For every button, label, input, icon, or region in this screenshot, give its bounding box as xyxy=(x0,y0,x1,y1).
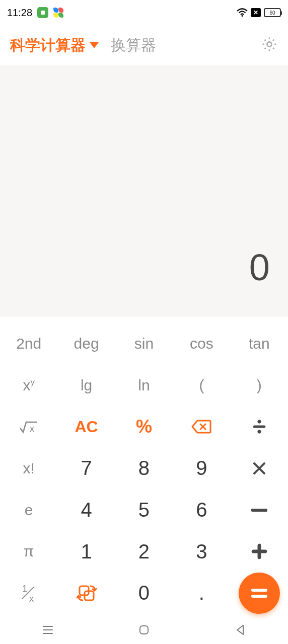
key-9[interactable]: 9 xyxy=(173,448,230,490)
key-lg[interactable]: lg xyxy=(57,365,115,407)
key-rparen[interactable]: ) xyxy=(231,365,288,407)
nav-menu[interactable] xyxy=(40,622,55,637)
key-4[interactable]: 4 xyxy=(57,489,115,531)
key-oneoverx[interactable]: 1x xyxy=(0,572,57,614)
android-nav-bar xyxy=(0,616,288,644)
svg-rect-16 xyxy=(251,595,267,598)
key-e[interactable]: e xyxy=(0,489,57,531)
key-5[interactable]: 5 xyxy=(115,489,173,531)
svg-rect-7 xyxy=(251,509,267,512)
svg-rect-20 xyxy=(140,626,148,634)
display-value: 0 xyxy=(249,246,270,289)
status-right: ✕ 60 xyxy=(237,8,281,17)
svg-point-2 xyxy=(267,42,271,46)
svg-point-6 xyxy=(258,430,261,433)
key-equals[interactable] xyxy=(231,572,288,614)
equals-circle xyxy=(239,573,280,614)
key-lparen[interactable]: ( xyxy=(173,365,230,407)
tab-scientific-label: 科学计算器 xyxy=(10,35,86,56)
tab-converter[interactable]: 换算器 xyxy=(111,35,156,56)
svg-rect-15 xyxy=(251,589,267,592)
multiply-icon xyxy=(252,461,267,476)
key-minus[interactable] xyxy=(231,489,288,531)
key-3[interactable]: 3 xyxy=(173,531,230,573)
key-0[interactable]: 0 xyxy=(115,572,173,614)
key-ac[interactable]: AC xyxy=(57,406,115,448)
svg-rect-5 xyxy=(253,426,265,428)
status-left: 11:28 xyxy=(7,7,63,19)
settings-button[interactable] xyxy=(261,36,278,55)
history-swap-icon xyxy=(75,582,99,604)
plus-icon xyxy=(251,543,268,560)
pinwheel-icon xyxy=(53,8,63,18)
key-backspace[interactable] xyxy=(173,406,230,448)
svg-rect-9 xyxy=(252,550,267,553)
key-ln[interactable]: ln xyxy=(115,365,173,407)
key-xfact[interactable]: x! xyxy=(0,448,57,490)
key-2nd[interactable]: 2nd xyxy=(0,323,57,365)
key-cos[interactable]: cos xyxy=(173,323,230,365)
key-xy[interactable]: xy xyxy=(0,365,57,407)
tab-scientific[interactable]: 科学计算器 xyxy=(10,35,99,56)
svg-text:x: x xyxy=(30,424,34,434)
home-icon xyxy=(138,624,150,636)
key-6[interactable]: 6 xyxy=(173,489,230,531)
divide-icon xyxy=(251,418,268,435)
minus-icon xyxy=(251,509,267,512)
wifi-icon xyxy=(237,8,248,17)
status-time: 11:28 xyxy=(7,7,32,19)
key-divide[interactable] xyxy=(231,406,288,448)
display-area: 0 xyxy=(0,65,288,317)
nav-home[interactable] xyxy=(136,622,152,637)
x-status-icon: ✕ xyxy=(251,8,261,17)
status-bar: 11:28 ✕ 60 xyxy=(0,0,288,25)
equals-icon xyxy=(250,587,268,599)
key-sin[interactable]: sin xyxy=(115,323,173,365)
svg-text:x: x xyxy=(29,594,34,603)
gear-icon xyxy=(261,36,278,53)
key-1[interactable]: 1 xyxy=(57,531,115,573)
key-plus[interactable] xyxy=(231,531,288,573)
svg-rect-0 xyxy=(41,11,45,15)
key-percent[interactable]: % xyxy=(115,406,173,448)
svg-point-1 xyxy=(241,15,243,17)
key-2[interactable]: 2 xyxy=(115,531,173,573)
sqrt-icon: x xyxy=(19,419,38,434)
oneoverx-icon: 1x xyxy=(20,584,37,603)
key-dot[interactable]: . xyxy=(173,572,230,614)
dropdown-triangle-icon xyxy=(90,42,99,48)
back-icon xyxy=(235,624,245,636)
key-pi[interactable]: π xyxy=(0,531,57,573)
backspace-icon xyxy=(191,419,211,435)
keypad: 2nd deg sin cos tan xy lg ln ( ) x AC % … xyxy=(0,317,288,616)
battery-icon: 60 xyxy=(264,8,281,17)
svg-text:1: 1 xyxy=(22,584,27,594)
key-deg[interactable]: deg xyxy=(57,323,115,365)
svg-point-4 xyxy=(258,420,261,423)
key-multiply[interactable] xyxy=(231,448,288,490)
top-bar: 科学计算器 换算器 xyxy=(0,25,288,65)
key-tan[interactable]: tan xyxy=(231,323,288,365)
menu-icon xyxy=(42,625,54,635)
nav-back[interactable] xyxy=(233,622,248,637)
key-sqrt[interactable]: x xyxy=(0,406,57,448)
key-7[interactable]: 7 xyxy=(57,448,115,490)
app-tile-icon xyxy=(37,7,48,18)
key-8[interactable]: 8 xyxy=(115,448,173,490)
tab-converter-label: 换算器 xyxy=(111,35,156,56)
key-history[interactable] xyxy=(57,572,115,614)
